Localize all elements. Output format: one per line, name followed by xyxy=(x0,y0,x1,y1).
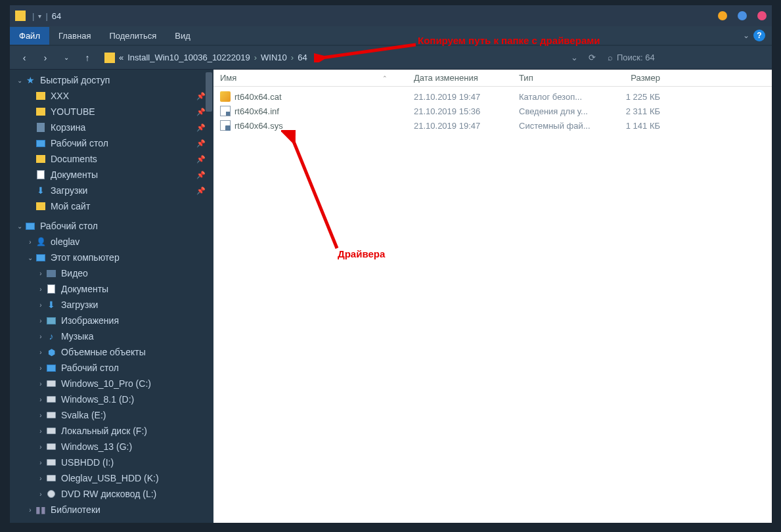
sidebar-item-music[interactable]: ›♪Музыка xyxy=(10,328,213,344)
nav-up-button[interactable]: ↑ xyxy=(78,49,97,67)
column-size[interactable]: Размер xyxy=(601,73,667,83)
close-button[interactable] xyxy=(757,11,767,20)
desktop-icon xyxy=(26,223,35,230)
breadcrumb-seg-1[interactable]: Install_Win10_10036_10222019 xyxy=(127,53,250,62)
sidebar-item-recyclebin[interactable]: Корзина📌 xyxy=(10,120,213,135)
sidebar-item-libraries[interactable]: ›▮▮Библиотеки xyxy=(10,502,213,518)
chevron-right-icon[interactable]: › xyxy=(36,349,45,356)
chevron-right-icon[interactable]: › xyxy=(36,428,45,435)
breadcrumb-seg-2[interactable]: WIN10 xyxy=(261,53,287,62)
desktop-icon xyxy=(36,140,45,147)
sidebar-item-youtube[interactable]: YOUTUBE📌 xyxy=(10,104,213,120)
chevron-right-icon[interactable]: › xyxy=(36,443,45,451)
nav-dropdown-icon[interactable]: ⌄ xyxy=(57,49,76,67)
sidebar-desktop[interactable]: ⌄Рабочий стол xyxy=(10,218,213,234)
nav-forward-button[interactable]: › xyxy=(36,49,55,67)
user-icon: 👤 xyxy=(35,236,47,247)
file-list-pane: Имя⌃ Дата изменения Тип Размер rt640x64.… xyxy=(213,70,772,523)
sidebar-item-documents[interactable]: ›Документы xyxy=(10,281,213,297)
folder-icon xyxy=(36,108,45,116)
breadcrumb-path[interactable]: « Install_Win10_10036_10222019 › WIN10 ›… xyxy=(99,49,564,67)
window-controls xyxy=(718,11,767,20)
chevron-right-icon[interactable]: › xyxy=(36,301,45,309)
sidebar-item-desktop-pc[interactable]: ›Рабочий стол xyxy=(10,360,213,376)
breadcrumb-seg-3[interactable]: 64 xyxy=(298,53,307,62)
file-name: rt640x64.inf xyxy=(234,106,279,116)
sidebar-item-desktop-q[interactable]: Рабочий стол📌 xyxy=(10,135,213,151)
chevron-right-icon[interactable]: › xyxy=(36,270,45,277)
sidebar-item-drive-g[interactable]: ›Windows_13 (G:) xyxy=(10,439,213,454)
chevron-right-icon[interactable]: › xyxy=(36,412,45,419)
sidebar-item-3dobjects[interactable]: ›⬢Объемные объекты xyxy=(10,344,213,360)
sidebar-item-drive-c[interactable]: ›Windows_10_Pro (C:) xyxy=(10,376,213,391)
folder-icon xyxy=(36,92,45,100)
titlebar-sep2: | xyxy=(45,11,47,21)
ribbon-expand-icon[interactable]: ⌄ xyxy=(743,31,749,40)
titlebar[interactable]: | ▾ | 64 xyxy=(10,5,772,26)
file-row[interactable]: rt640x64.cat 21.10.2019 19:47 Каталог бе… xyxy=(213,89,772,104)
ribbon-right: ⌄ ? xyxy=(743,30,772,41)
chevron-down-icon[interactable]: ⌄ xyxy=(26,254,35,261)
chevron-right-icon[interactable]: › xyxy=(36,396,45,403)
sidebar-item-video[interactable]: ›Видео xyxy=(10,265,213,281)
sidebar-item-mysite[interactable]: Мой сайт xyxy=(10,198,213,214)
maximize-button[interactable] xyxy=(738,11,747,20)
chevron-right-icon[interactable]: › xyxy=(36,380,45,388)
sidebar-item-drive-f[interactable]: ›Локальный диск (F:) xyxy=(10,423,213,439)
chevron-down-icon[interactable]: ⌄ xyxy=(15,77,24,84)
chevron-right-icon[interactable]: › xyxy=(36,491,45,498)
chevron-right-icon[interactable]: › xyxy=(36,317,45,324)
sidebar-item-xxx[interactable]: XXX📌 xyxy=(10,88,213,104)
chevron-right-icon[interactable]: › xyxy=(36,365,45,372)
sidebar-item-drive-k[interactable]: ›Oleglav_USB_HDD (K:) xyxy=(10,470,213,486)
sidebar-item-thispc[interactable]: ⌄Этот компьютер xyxy=(10,250,213,265)
address-dropdown-icon[interactable]: ⌄ xyxy=(567,53,582,62)
titlebar-dropdown-icon[interactable]: ▾ xyxy=(38,12,41,20)
sidebar-item-pictures[interactable]: ›Изображения xyxy=(10,313,213,328)
file-date: 21.10.2019 15:36 xyxy=(407,106,512,116)
file-row[interactable]: rt640x64.sys 21.10.2019 19:47 Системный … xyxy=(213,118,772,133)
nav-back-button[interactable]: ‹ xyxy=(15,49,33,67)
sidebar-item-drive-i[interactable]: ›USBHDD (I:) xyxy=(10,454,213,470)
column-type[interactable]: Тип xyxy=(512,73,601,83)
folder-icon xyxy=(36,202,45,210)
menu-home[interactable]: Главная xyxy=(49,27,100,45)
disc-icon xyxy=(47,490,55,498)
drive-icon xyxy=(47,380,56,387)
chevron-right-icon[interactable]: › xyxy=(36,333,45,340)
navigation-sidebar[interactable]: ⌄ ★ Быстрый доступ XXX📌 YOUTUBE📌 Корзина… xyxy=(10,70,213,523)
file-row[interactable]: rt640x64.inf 21.10.2019 15:36 Сведения д… xyxy=(213,104,772,118)
sidebar-item-drive-d[interactable]: ›Windows_8.1 (D:) xyxy=(10,391,213,407)
chevron-right-icon[interactable]: › xyxy=(36,475,45,482)
menu-view[interactable]: Вид xyxy=(166,27,200,45)
refresh-button[interactable]: ⟳ xyxy=(585,53,600,62)
search-input[interactable]: ⌕ Поиск: 64 xyxy=(602,49,767,67)
sidebar-item-downloads[interactable]: ›⬇Загрузки xyxy=(10,297,213,313)
column-name[interactable]: Имя⌃ xyxy=(213,73,407,83)
sidebar-item-drive-e[interactable]: ›Svalka (E:) xyxy=(10,407,213,423)
sidebar-item-downloads-q[interactable]: ⬇Загрузки📌 xyxy=(10,183,213,198)
chevron-down-icon[interactable]: ⌄ xyxy=(15,223,24,230)
sidebar-quick-access[interactable]: ⌄ ★ Быстрый доступ xyxy=(10,72,213,88)
pin-icon: 📌 xyxy=(196,123,206,132)
chevron-right-icon[interactable]: › xyxy=(36,286,45,293)
file-date: 21.10.2019 19:47 xyxy=(407,92,512,102)
menu-share[interactable]: Поделиться xyxy=(100,27,166,45)
column-headers[interactable]: Имя⌃ Дата изменения Тип Размер xyxy=(213,70,772,87)
sidebar-item-documents-ru[interactable]: Документы📌 xyxy=(10,167,213,183)
column-date[interactable]: Дата изменения xyxy=(407,73,512,83)
sidebar-scrollbar-thumb[interactable] xyxy=(206,72,212,112)
sidebar-item-documents-q[interactable]: Documents📌 xyxy=(10,151,213,167)
sidebar-item-user[interactable]: ›👤oleglav xyxy=(10,234,213,250)
chevron-right-icon[interactable]: › xyxy=(26,238,35,246)
sidebar-item-dvd-l[interactable]: ›DVD RW дисковод (L:) xyxy=(10,486,213,502)
file-name: rt640x64.cat xyxy=(234,92,282,102)
minimize-button[interactable] xyxy=(718,11,727,20)
picture-icon xyxy=(47,317,56,324)
menu-file[interactable]: Файл xyxy=(10,27,49,45)
chevron-right-icon[interactable]: › xyxy=(26,506,35,514)
star-icon: ★ xyxy=(24,75,36,85)
help-icon[interactable]: ? xyxy=(753,30,765,41)
titlebar-sep: | xyxy=(32,11,34,21)
chevron-right-icon[interactable]: › xyxy=(36,459,45,466)
